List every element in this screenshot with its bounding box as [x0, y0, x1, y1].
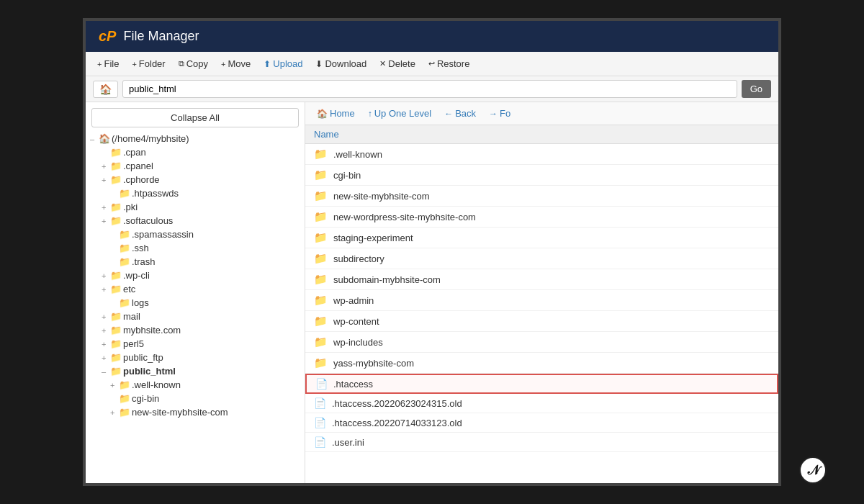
download-icon: ⬇: [315, 59, 323, 69]
tree-item-logs[interactable]: 📁 logs: [86, 296, 305, 310]
move-button[interactable]: + Move: [215, 55, 256, 72]
file-doc-icon: 📄: [314, 436, 326, 448]
file-row[interactable]: 📁 new-site-mybhsite-com: [305, 186, 778, 207]
new-folder-button[interactable]: + Folder: [126, 55, 171, 72]
tree-item-ssh[interactable]: 📁 .ssh: [86, 241, 305, 255]
back-button[interactable]: ← Back: [438, 105, 482, 122]
file-row-htaccess[interactable]: 📄 .htaccess: [305, 374, 778, 394]
tree-label: (/home4/mybhsite): [112, 133, 189, 144]
file-row[interactable]: 📁 wp-content: [305, 311, 778, 332]
file-name: .htaccess: [333, 379, 373, 390]
right-panel: 🏠 Home ↑ Up One Level ← Back → Fo: [305, 102, 778, 483]
tree-label: public_ftp: [123, 352, 163, 363]
folder-icon: 📁: [314, 168, 328, 181]
file-row[interactable]: 📁 subdirectory: [305, 248, 778, 269]
tree-label: .ssh: [132, 243, 149, 253]
tree-item-softaculous[interactable]: + 📁 .softaculous: [86, 214, 305, 228]
copy-icon: ⧉: [179, 59, 184, 68]
folder-icon: 📁: [119, 256, 130, 267]
tree-item-mybhsite[interactable]: + 📁 mybhsite.com: [86, 323, 305, 337]
file-name: .user.ini: [332, 437, 364, 448]
tree-item-cpanel[interactable]: + 📁 .cpanel: [86, 159, 305, 173]
file-row[interactable]: 📁 staging-experiment: [305, 228, 778, 248]
expand-icon: +: [102, 217, 109, 225]
tree-item-new-site-sub[interactable]: + 📁 new-site-mybhsite-com: [86, 405, 305, 419]
file-row[interactable]: 📁 cgi-bin: [305, 165, 778, 186]
plus-icon: +: [97, 60, 102, 68]
tree-item-spamassassin[interactable]: 📁 .spamassassin: [86, 228, 305, 241]
file-row[interactable]: 📁 yass-mybhsite-com: [305, 353, 778, 374]
tree-item-trash[interactable]: 📁 .trash: [86, 255, 305, 269]
file-name: cgi-bin: [333, 170, 361, 181]
folder-icon: 📁: [314, 294, 328, 307]
file-doc-icon: 📄: [314, 397, 326, 409]
home-nav-icon: 🏠: [317, 109, 328, 119]
tree-item-htpasswds[interactable]: 📁 .htpasswds: [86, 186, 305, 200]
file-name: .htaccess.20220623024315.old: [332, 398, 462, 409]
expand-icon: +: [102, 354, 109, 362]
folder-icon: 📁: [119, 243, 130, 253]
new-file-button[interactable]: + File: [91, 55, 125, 72]
tree-item-pki[interactable]: + 📁 .pki: [86, 200, 305, 214]
tree-item-well-known-sub[interactable]: + 📁 .well-known: [86, 378, 305, 392]
file-row[interactable]: 📄 .htaccess.20220714033123.old: [305, 413, 778, 433]
expand-icon: +: [102, 285, 109, 294]
file-row[interactable]: 📁 wp-admin: [305, 290, 778, 311]
forward-button[interactable]: → Fo: [483, 105, 516, 122]
folder-icon: 📁: [110, 352, 122, 363]
home-nav-button[interactable]: 🏠 Home: [311, 105, 361, 122]
tree-item-root[interactable]: – 🏠 (/home4/mybhsite): [86, 132, 305, 145]
tree-label: .softaculous: [123, 215, 173, 226]
file-row[interactable]: 📁 new-wordpress-site-mybhsite-com: [305, 207, 778, 228]
tree-item-cgi-bin-sub[interactable]: 📁 cgi-bin: [86, 392, 305, 405]
forward-icon: →: [489, 109, 498, 119]
app-title: File Manager: [123, 29, 199, 44]
nav-bar: 🏠 Home ↑ Up One Level ← Back → Fo: [305, 102, 778, 125]
file-name: staging-experiment: [333, 233, 413, 243]
up-one-level-button[interactable]: ↑ Up One Level: [362, 105, 438, 122]
address-home-button[interactable]: 🏠: [93, 81, 118, 98]
file-row[interactable]: 📁 subdomain-mybhsite-com: [305, 269, 778, 290]
folder-icon: 📁: [314, 356, 328, 369]
up-icon: ↑: [368, 109, 372, 119]
tree-item-public-ftp[interactable]: + 📁 public_ftp: [86, 351, 305, 364]
address-input[interactable]: [122, 80, 737, 98]
file-row[interactable]: 📁 .well-known: [305, 144, 778, 165]
folder-icon: 📁: [119, 379, 130, 390]
file-row[interactable]: 📄 .htaccess.20220623024315.old: [305, 394, 778, 413]
tree-item-perl5[interactable]: + 📁 perl5: [86, 337, 305, 351]
expand-icon: –: [102, 367, 109, 376]
copy-button[interactable]: ⧉ Copy: [173, 55, 214, 72]
move-icon: +: [221, 60, 225, 68]
folder-icon: 📁: [314, 252, 328, 265]
tree-item-cpan[interactable]: 📁 .cpan: [86, 145, 305, 159]
file-list-header: Name: [305, 125, 778, 144]
tree-label: cgi-bin: [132, 393, 159, 404]
tree-item-cphorde[interactable]: + 📁 .cphorde: [86, 173, 305, 186]
tree-item-mail[interactable]: + 📁 mail: [86, 310, 305, 323]
file-name: subdomain-mybhsite-com: [333, 274, 441, 285]
tree-item-etc[interactable]: + 📁 etc: [86, 282, 305, 296]
folder-icon: 📁: [110, 215, 122, 226]
expand-icon: +: [102, 340, 109, 348]
restore-button[interactable]: ↩ Restore: [423, 55, 476, 72]
folder-icon: 📁: [314, 231, 328, 244]
address-bar: 🏠 Go: [86, 76, 778, 102]
file-name: new-wordpress-site-mybhsite-com: [333, 212, 476, 222]
expand-icon: +: [102, 326, 109, 335]
upload-button[interactable]: ⬆ Upload: [258, 55, 308, 72]
tree-item-wp-cli[interactable]: + 📁 .wp-cli: [86, 269, 305, 282]
file-row[interactable]: 📁 wp-includes: [305, 332, 778, 353]
file-row[interactable]: 📄 .user.ini: [305, 433, 778, 452]
restore-icon: ↩: [428, 59, 435, 68]
collapse-all-button[interactable]: Collapse All: [91, 108, 299, 127]
toolbar: + File + Folder ⧉ Copy + Move ⬆ Upload ⬇: [86, 52, 778, 76]
go-button[interactable]: Go: [742, 80, 771, 98]
app-header: cP File Manager: [86, 21, 778, 52]
tree-item-public-html[interactable]: – 📁 public_html: [86, 364, 305, 378]
delete-button[interactable]: ✕ Delete: [374, 55, 421, 72]
folder-icon: 📁: [110, 161, 122, 171]
download-button[interactable]: ⬇ Download: [310, 55, 372, 72]
tree-label: .well-known: [132, 379, 181, 390]
tree-label: public_html: [123, 366, 176, 377]
